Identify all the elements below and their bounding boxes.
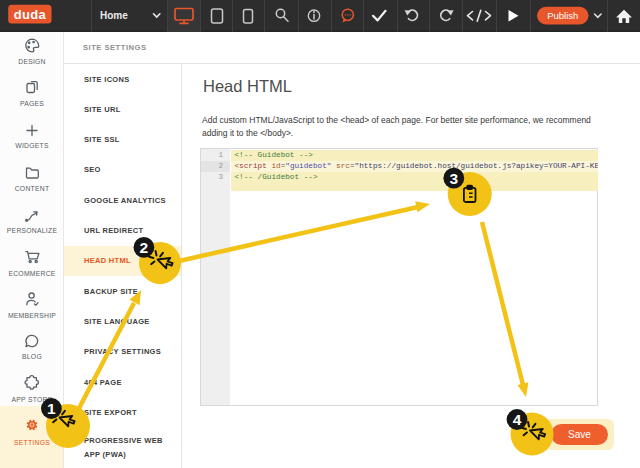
svg-text:2: 2	[140, 239, 149, 256]
svg-text:3: 3	[449, 170, 458, 187]
svg-text:4: 4	[513, 411, 522, 428]
svg-text:1: 1	[47, 400, 56, 417]
